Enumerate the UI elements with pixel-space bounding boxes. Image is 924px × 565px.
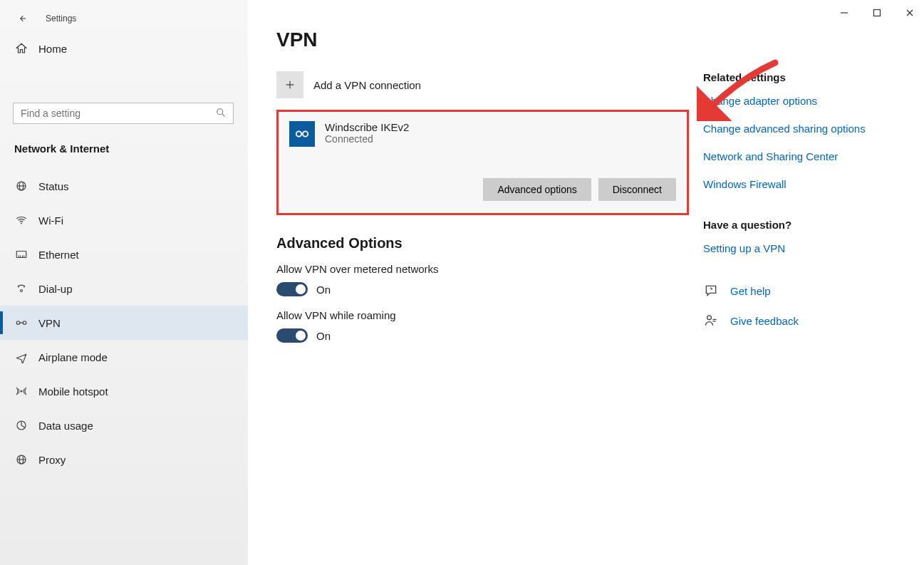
link-network-sharing-center[interactable]: Network and Sharing Center bbox=[703, 150, 896, 162]
feedback-icon bbox=[703, 313, 719, 328]
svg-point-5 bbox=[21, 223, 22, 224]
svg-point-17 bbox=[296, 131, 301, 136]
vpn-disconnect-button[interactable]: Disconnect bbox=[598, 178, 676, 201]
minimize-button[interactable] bbox=[837, 6, 851, 20]
svg-rect-16 bbox=[874, 10, 881, 16]
link-windows-firewall[interactable]: Windows Firewall bbox=[703, 178, 896, 190]
wifi-icon bbox=[14, 213, 28, 227]
settings-main: VPN Add a VPN connection Windscribe IKEv… bbox=[248, 0, 924, 565]
svg-point-7 bbox=[21, 290, 23, 292]
advanced-options-heading: Advanced Options bbox=[276, 235, 689, 252]
feedback-row[interactable]: Give feedback bbox=[703, 313, 896, 328]
sidebar-item-ethernet[interactable]: Ethernet bbox=[0, 237, 248, 271]
question-heading: Have a question? bbox=[703, 219, 896, 231]
svg-point-18 bbox=[303, 131, 308, 136]
toggle-metered: Allow VPN over metered networks On bbox=[276, 263, 689, 296]
search-input[interactable] bbox=[13, 103, 234, 124]
dialup-icon bbox=[14, 281, 28, 296]
proxy-icon bbox=[14, 452, 28, 467]
svg-point-20 bbox=[707, 316, 712, 320]
toggle-roaming: Allow VPN while roaming On bbox=[276, 309, 689, 343]
sidebar-item-label: Airplane mode bbox=[38, 351, 108, 363]
toggle-roaming-switch[interactable] bbox=[276, 328, 308, 343]
vpn-connection-card[interactable]: Windscribe IKEv2 Connected Advanced opti… bbox=[281, 114, 685, 211]
link-give-feedback[interactable]: Give feedback bbox=[730, 315, 799, 327]
sidebar-home[interactable]: Home bbox=[0, 33, 248, 64]
svg-rect-6 bbox=[16, 252, 26, 258]
related-settings-rail: Related settings Change adapter options … bbox=[689, 71, 896, 565]
app-title: Settings bbox=[46, 14, 76, 24]
svg-point-10 bbox=[21, 390, 23, 393]
search-icon bbox=[215, 107, 227, 118]
help-icon bbox=[703, 283, 719, 299]
link-get-help[interactable]: Get help bbox=[730, 285, 771, 297]
toggle-metered-switch[interactable] bbox=[276, 282, 308, 296]
home-icon bbox=[14, 41, 28, 56]
ethernet-icon bbox=[14, 247, 28, 261]
sidebar-item-datausage[interactable]: Data usage bbox=[0, 408, 248, 442]
sidebar-item-label: Wi-Fi bbox=[38, 214, 63, 227]
sidebar-item-hotspot[interactable]: Mobile hotspot bbox=[0, 374, 248, 408]
window-controls bbox=[837, 6, 917, 20]
svg-point-9 bbox=[23, 321, 26, 325]
toggle-roaming-state: On bbox=[316, 330, 331, 342]
arrow-left-icon bbox=[19, 12, 27, 25]
maximize-icon bbox=[873, 9, 881, 17]
vpn-connection-icon bbox=[289, 121, 315, 147]
airplane-icon bbox=[14, 350, 28, 364]
sidebar-item-label: VPN bbox=[38, 317, 61, 329]
sidebar-nav: Status Wi-Fi Ethernet Dial-up bbox=[0, 169, 248, 477]
page-title: VPN bbox=[276, 28, 689, 51]
status-icon bbox=[14, 179, 28, 193]
toggle-roaming-label: Allow VPN while roaming bbox=[276, 309, 689, 321]
svg-point-0 bbox=[217, 109, 223, 115]
sidebar-home-label: Home bbox=[38, 43, 67, 55]
vpn-connection-status: Connected bbox=[325, 133, 409, 145]
toggle-metered-state: On bbox=[316, 284, 331, 296]
close-button[interactable] bbox=[903, 6, 917, 20]
get-help-row[interactable]: Get help bbox=[703, 283, 896, 299]
toggle-metered-label: Allow VPN over metered networks bbox=[276, 263, 689, 275]
svg-line-1 bbox=[222, 114, 224, 116]
hotspot-icon bbox=[14, 384, 28, 398]
back-button[interactable] bbox=[14, 10, 31, 27]
sidebar-item-dialup[interactable]: Dial-up bbox=[0, 271, 248, 306]
sidebar-item-status[interactable]: Status bbox=[0, 169, 248, 203]
close-icon bbox=[905, 9, 914, 17]
sidebar-item-label: Proxy bbox=[38, 454, 66, 466]
sidebar-item-airplane[interactable]: Airplane mode bbox=[0, 340, 248, 374]
add-vpn-label: Add a VPN connection bbox=[313, 79, 421, 91]
link-change-adapter[interactable]: Change adapter options bbox=[703, 95, 896, 107]
sidebar-item-label: Ethernet bbox=[38, 249, 79, 261]
sidebar-item-label: Data usage bbox=[38, 420, 93, 432]
sidebar-item-proxy[interactable]: Proxy bbox=[0, 442, 248, 477]
settings-sidebar: Settings Home Network & Internet Status bbox=[0, 0, 248, 565]
link-setting-up-vpn[interactable]: Setting up a VPN bbox=[703, 242, 896, 254]
related-heading: Related settings bbox=[703, 71, 896, 83]
maximize-button[interactable] bbox=[870, 6, 884, 20]
sidebar-category: Network & Internet bbox=[0, 130, 248, 169]
link-advanced-sharing[interactable]: Change advanced sharing options bbox=[703, 123, 896, 135]
plus-icon bbox=[276, 71, 303, 98]
vpn-connection-name: Windscribe IKEv2 bbox=[325, 121, 409, 133]
add-vpn-button[interactable]: Add a VPN connection bbox=[276, 71, 689, 98]
vpn-advanced-options-button[interactable]: Advanced options bbox=[483, 178, 591, 201]
sidebar-item-wifi[interactable]: Wi-Fi bbox=[0, 203, 248, 237]
sidebar-item-vpn[interactable]: VPN bbox=[0, 306, 248, 340]
svg-point-8 bbox=[16, 321, 20, 325]
sidebar-item-label: Status bbox=[38, 180, 69, 192]
sidebar-item-label: Dial-up bbox=[38, 283, 73, 295]
data-usage-icon bbox=[14, 418, 28, 432]
minimize-icon bbox=[840, 9, 848, 17]
svg-point-19 bbox=[711, 289, 712, 290]
annotation-highlight: Windscribe IKEv2 Connected Advanced opti… bbox=[276, 110, 689, 215]
vpn-icon bbox=[14, 316, 28, 330]
sidebar-item-label: Mobile hotspot bbox=[38, 385, 108, 398]
